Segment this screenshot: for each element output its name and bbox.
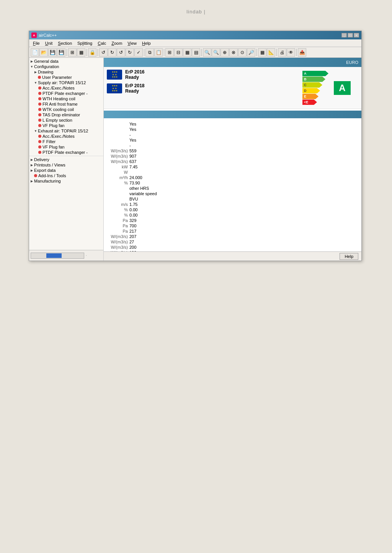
tree-label-empty: L Empty section [42, 118, 72, 122]
tree-label-supply: Supply air: TOPAIR 15/12 [38, 80, 86, 85]
toolbar: 📄 📂 💾 💾 ⊞ ▦ 🔒 ↺ ↻ ↺ ↻ ✓ ⧉ 📋 ⊞ ⊟ ▦ ▤ 🔍 [29, 47, 361, 58]
copy-icon[interactable]: ⧉ [145, 48, 154, 57]
menu-section[interactable]: Section [56, 41, 74, 46]
minimize-button[interactable]: _ [341, 33, 347, 38]
data-value-5: 559 [129, 148, 149, 153]
erp-sub-2018: Ready [125, 88, 145, 94]
saveas-icon[interactable]: 💾 [57, 48, 65, 57]
menu-zoom[interactable]: Zoom [109, 41, 124, 46]
rotate2-icon[interactable]: ↻ [108, 48, 116, 57]
tree-ptdf-exhaust[interactable]: PTDF Plate exchanger - [29, 150, 103, 155]
tree-wth[interactable]: WTH Heating coil [29, 96, 103, 101]
tree-export[interactable]: ▶ Export data [29, 168, 103, 173]
tree-exhaust-air[interactable]: ▼ Exhaust air: TOPAIR 15/12 [29, 128, 103, 134]
open-icon[interactable]: 📂 [39, 48, 48, 57]
data-row-23: W/(m3/s) 200 [107, 245, 358, 250]
tree-dot-user [38, 76, 41, 79]
tree-container: ▶ General data ▼ Configuration ▶ Drawing… [29, 58, 103, 250]
menu-splitting[interactable]: Splitting [75, 41, 95, 46]
data-value-6: 907 [129, 154, 149, 158]
data-row-11: % 73.90 [107, 180, 358, 186]
data-unit-5: W/(m3/s) [107, 148, 128, 153]
calc-icon[interactable]: ▦ [77, 48, 85, 57]
zoom-custom-icon[interactable]: 🔎 [247, 48, 255, 57]
menu-view[interactable]: View [125, 41, 139, 46]
zoom-out-icon[interactable]: 🔍 [212, 48, 220, 57]
tree-fr[interactable]: FR Anti frost frame [29, 101, 103, 107]
tree-supply-air[interactable]: ▼ Supply air: TOPAIR 15/12 [29, 80, 103, 85]
tree-wtk[interactable]: WTK cooling coil [29, 107, 103, 112]
app-icon: A [31, 33, 37, 38]
paste-icon[interactable]: 📋 [154, 48, 163, 57]
tree-arrow-mfg: ▶ [30, 179, 34, 183]
grid-icon[interactable]: ⊞ [165, 48, 174, 57]
data-unit-15: m/s [107, 202, 128, 207]
zoom-in-icon[interactable]: 🔍 [203, 48, 211, 57]
unit-icon[interactable]: ⊞ [68, 48, 77, 57]
close-button[interactable]: × [354, 33, 359, 38]
maximize-button[interactable]: □ [348, 33, 353, 38]
tree-manufacturing[interactable]: ▶ Manufacturing [29, 178, 103, 184]
data-row-0: Yes [107, 121, 358, 127]
check-icon[interactable]: ✓ [134, 48, 143, 57]
tree-general-data[interactable]: ▶ General data [29, 59, 103, 64]
tree-tas[interactable]: TAS Drop eliminator [29, 112, 103, 117]
save-icon[interactable]: 💾 [48, 48, 57, 57]
lock-icon[interactable]: 🔒 [88, 48, 96, 57]
tree-empty-section[interactable]: L Empty section [29, 117, 103, 123]
tree-delivery[interactable]: ▶ Delivery [29, 157, 103, 162]
preview-icon[interactable]: 👁 [287, 48, 295, 57]
tree-addins[interactable]: ▶ Add-Ins / Tools [29, 173, 103, 178]
erp-sub-2016: Ready [125, 75, 145, 80]
rotate-icon[interactable]: ↺ [99, 48, 108, 57]
ruler-icon[interactable]: 📐 [267, 48, 275, 57]
tree-arrow-delivery: ▶ [30, 158, 34, 161]
zoom-sel-icon[interactable]: ⊙ [238, 48, 247, 57]
toolbar-separator-8 [276, 49, 277, 56]
grid3-icon[interactable]: ▦ [258, 48, 266, 57]
print-icon[interactable]: 🖨 [278, 48, 286, 57]
data-value-23: 200 [129, 245, 149, 250]
data-row-6: W/(m3/s) 907 [107, 153, 358, 159]
tree-ptdf-supply[interactable]: PTDF Plate exchanger - [29, 91, 103, 96]
toolbar-separator-9 [296, 49, 297, 56]
tree-user-param[interactable]: ▶ User Parameter [29, 75, 103, 80]
energy-arrow-E [315, 94, 318, 99]
tree-acc-exhaust[interactable]: Acc./Exec./Notes [29, 134, 103, 139]
tree-filter[interactable]: F Filter [29, 139, 103, 144]
energy-fill-C: C [302, 82, 319, 88]
scrollbar-thumb [46, 253, 62, 258]
tree-printouts[interactable]: ▶ Printouts / Views [29, 162, 103, 168]
title-bar: A airCalc++ _ □ × [29, 31, 361, 39]
tree-arrow-supply: ▼ [34, 81, 38, 85]
data-value-8: 7.45 [129, 165, 149, 169]
tree-vf-supply[interactable]: VF Plug fan [29, 123, 103, 128]
menu-unit[interactable]: Unit [43, 41, 55, 46]
menu-calc[interactable]: Calc [95, 41, 108, 46]
tree-label-drawing: Drawing [38, 70, 53, 74]
help-button[interactable]: Help [340, 253, 358, 260]
tree-configuration[interactable]: ▼ Configuration [29, 64, 103, 69]
menu-file[interactable]: File [31, 41, 42, 46]
data-section: Yes Yes - Yes [104, 120, 361, 251]
tree-label-fr: FR Anti frost frame [42, 102, 78, 106]
data-unit-23: W/(m3/s) [107, 245, 128, 250]
tree-vf-exhaust[interactable]: VF Plug fan [29, 144, 103, 150]
table-icon[interactable]: ▦ [183, 48, 191, 57]
zoom-fit-icon[interactable]: ⊕ [220, 48, 229, 57]
data-unit-19: Pa [107, 223, 128, 228]
zoom-all-icon[interactable]: ⊗ [229, 48, 238, 57]
new-icon[interactable]: 📄 [31, 48, 39, 57]
rotate3-icon[interactable]: ↺ [117, 48, 125, 57]
table2-icon[interactable]: ▤ [192, 48, 200, 57]
rotate4-icon[interactable]: ↻ [126, 48, 134, 57]
tree-acc-supply[interactable]: Acc./Exec./Notes [29, 85, 103, 91]
tree-dot-empty [38, 119, 41, 122]
menu-help[interactable]: Help [140, 41, 153, 46]
energy-fill-ltE: <E [302, 100, 314, 105]
tree-drawing[interactable]: ▶ Drawing [29, 69, 103, 75]
export-icon[interactable]: 📤 [298, 48, 306, 57]
horizontal-scrollbar[interactable] [31, 253, 84, 259]
grid2-icon[interactable]: ⊟ [174, 48, 183, 57]
energy-badge-current: A [334, 81, 351, 95]
